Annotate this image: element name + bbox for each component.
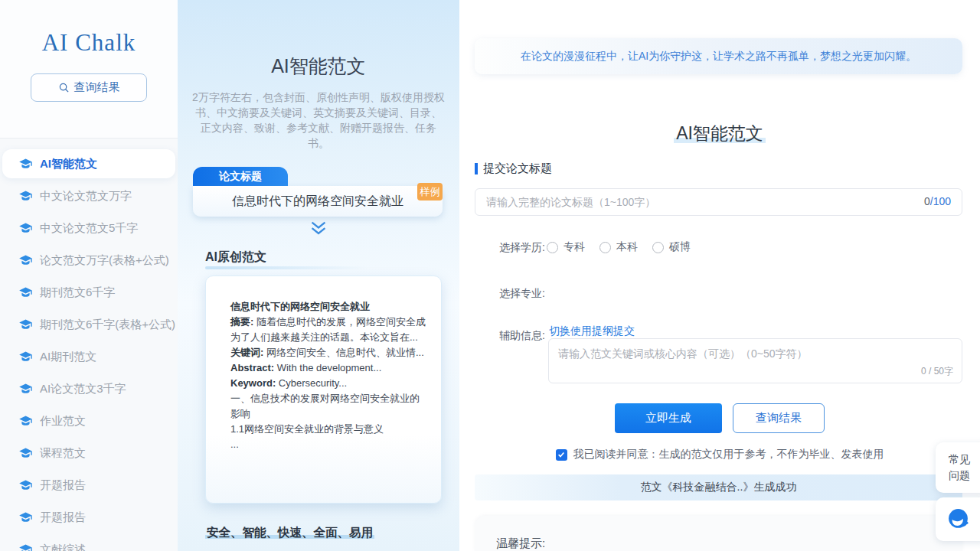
sidebar-item-proposal-2[interactable]: 开题报告 (2, 503, 175, 532)
sidebar-item-ai-3k[interactable]: AI论文范文3千字 (2, 374, 175, 403)
query-results-button[interactable]: 查询结果 (31, 73, 147, 102)
promo-slogan: 安全、智能、快速、全面、易用 (205, 525, 374, 541)
graduation-cap-icon (18, 382, 33, 396)
graduation-cap-icon (18, 478, 33, 493)
aux-info-textarea[interactable] (548, 338, 962, 383)
notice-banner: 在论文的漫漫征程中，让AI为你守护这，让学术之路不再孤单，梦想之光更加闪耀。 (475, 38, 962, 74)
sample-title-input[interactable]: 信息时代下的网络空间安全就业 样例 (193, 186, 443, 217)
promo-panel: AI智能范文 2万字符左右，包含封面、原创性声明、版权使用授权书、中文摘要及关键… (178, 0, 459, 551)
sample-title-block: 论文标题 信息时代下的网络空间安全就业 样例 (193, 167, 443, 217)
heading-underline (205, 266, 368, 269)
sidebar-item-10k-tables[interactable]: 论文范文万字(表格+公式) (2, 246, 175, 275)
sidebar-item-homework[interactable]: 作业范文 (2, 406, 175, 435)
sidebar-menu: AI智能范文 中文论文范文万字 中文论文范文5千字 论文范文万字(表格+公式) … (0, 139, 178, 551)
page-title: AI智能范文 (459, 122, 980, 145)
sidebar-header: AI Chalk 查询结果 (0, 0, 178, 139)
search-icon (58, 82, 70, 93)
sidebar-item-ai-journal[interactable]: AI期刊范文 (2, 342, 175, 371)
radio-option-bachelor[interactable]: 本科 (599, 240, 638, 254)
sample-paper-line: Keyword: Cybersecurity... (230, 376, 429, 391)
promo-title: AI智能范文 (178, 54, 459, 79)
radio-icon[interactable] (652, 242, 664, 253)
sidebar-item-chinese-5k[interactable]: 中文论文范文5千字 (2, 214, 175, 243)
sample-paper-line: ... (230, 437, 429, 452)
major-label: 选择专业: (499, 287, 545, 301)
graduation-cap-icon (18, 157, 33, 171)
graduation-cap-icon (18, 543, 33, 551)
customer-service-widget[interactable] (936, 497, 980, 541)
radio-option-master-phd[interactable]: 硕博 (652, 240, 691, 254)
graduation-cap-icon (18, 446, 33, 461)
aux-char-counter: 0 / 50字 (921, 365, 953, 378)
radio-icon[interactable] (547, 242, 558, 253)
agreement-row: 我已阅读并同意：生成的范文仅用于参考，不作为毕业、发表使用 (459, 448, 980, 461)
agreement-checkbox-checked[interactable] (556, 449, 567, 461)
graduation-cap-icon (18, 253, 33, 268)
query-results-button-main[interactable]: 查询结果 (733, 403, 825, 433)
sidebar-item-course[interactable]: 课程范文 (2, 439, 175, 468)
paper-title-input[interactable] (475, 188, 962, 216)
original-sample-heading: AI原创范文 (205, 249, 266, 266)
action-buttons: 立即生成 查询结果 (459, 403, 980, 433)
chevron-double-down-icon (178, 220, 459, 238)
app-logo: AI Chalk (0, 0, 178, 57)
section-accent-bar (475, 163, 478, 174)
graduation-cap-icon (18, 318, 33, 332)
tips-card: 温馨提示: (475, 516, 962, 551)
aux-info-label: 辅助信息: (499, 329, 545, 343)
sidebar-item-proposal-1[interactable]: 开题报告 (2, 471, 175, 500)
sidebar-item-literature-review[interactable]: 文献综述 (2, 535, 175, 551)
title-char-counter: 0/100 (924, 195, 951, 207)
faq-widget[interactable]: 常见 问题 (936, 442, 980, 493)
promo-description: 2万字符左右，包含封面、原创性声明、版权使用授权书、中文摘要及关键词、英文摘要及… (191, 90, 446, 151)
sidebar-item-journal-6k-tables[interactable]: 期刊范文6千字(表格+公式) (2, 310, 175, 339)
main-panel: 在论文的漫漫征程中，让AI为你守护这，让学术之路不再孤单，梦想之光更加闪耀。 A… (459, 0, 980, 551)
paper-title-field-wrap: 0/100 (475, 188, 962, 216)
graduation-cap-icon (18, 414, 33, 429)
graduation-cap-icon (18, 285, 33, 300)
education-options: 专科 本科 硕博 (547, 240, 691, 254)
sample-paper-line: 关键词: 网络空间安全、信息时代、就业情... (230, 345, 429, 360)
sample-badge: 样例 (417, 183, 443, 201)
education-label: 选择学历: (499, 241, 545, 255)
sample-paper-title: 信息时代下的网络空间安全就业 (230, 299, 429, 315)
sidebar: AI Chalk 查询结果 AI智能范文 中文论文范文万字 中文论文范文5千字 … (0, 0, 178, 551)
paper-title-tab[interactable]: 论文标题 (193, 167, 288, 186)
radio-icon[interactable] (599, 242, 611, 253)
outline-submit-link[interactable]: 切换使用提纲提交 (549, 324, 635, 338)
aux-info-field-wrap: 0 / 50字 (548, 338, 962, 383)
sidebar-item-ai-model-essay[interactable]: AI智能范文 (2, 149, 175, 178)
sidebar-item-chinese-10k[interactable]: 中文论文范文万字 (2, 181, 175, 210)
agreement-text: 我已阅读并同意：生成的范文仅用于参考，不作为毕业、发表使用 (573, 448, 884, 461)
graduation-cap-icon (18, 350, 33, 364)
radio-option-college[interactable]: 专科 (547, 240, 585, 254)
submit-title-section: 提交论文标题 (475, 161, 552, 176)
tips-title: 温馨提示: (496, 536, 545, 549)
check-icon (557, 451, 565, 458)
sample-paper-line: 一、信息技术的发展对网络空间安全就业的影响 (230, 391, 429, 422)
customer-service-icon (946, 507, 971, 532)
graduation-cap-icon (18, 221, 33, 236)
query-results-label: 查询结果 (74, 80, 120, 95)
graduation-cap-icon (18, 189, 33, 204)
graduation-cap-icon (18, 510, 33, 525)
sample-paper-line: 摘要: 随着信息时代的发展，网络空间安全成为了人们越来越关注的话题。本论文旨在.… (230, 315, 429, 345)
sample-title-text: 信息时代下的网络空间安全就业 (232, 194, 403, 207)
generation-success-banner: 范文《科技金融结合..》生成成功 (475, 474, 962, 500)
sidebar-item-journal-6k[interactable]: 期刊范文6千字 (2, 278, 175, 307)
sample-paper-card: 信息时代下的网络空间安全就业 摘要: 随着信息时代的发展，网络空间安全成为了人们… (205, 276, 442, 504)
sample-paper-line: 1.1网络空间安全就业的背景与意义 (230, 422, 429, 437)
generate-now-button[interactable]: 立即生成 (615, 403, 722, 433)
sample-paper-line: Abstract: With the development... (230, 360, 429, 376)
